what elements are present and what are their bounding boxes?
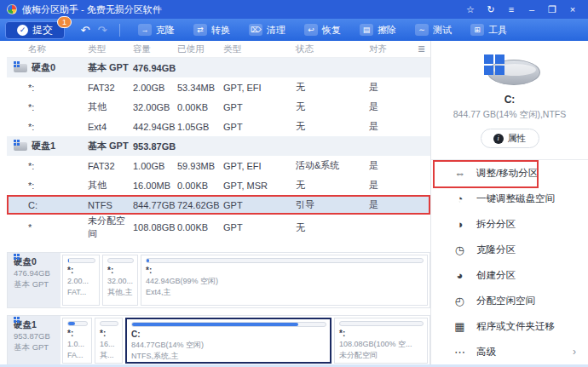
menu-item-clone-partition[interactable]: ◷克隆分区 — [431, 237, 588, 262]
disk-type: 基本 GPT — [14, 278, 61, 290]
row-cell-used: 0.00KB — [177, 222, 223, 232]
disk-panel-label[interactable]: 硬盘1953.87GB基本 GPT — [8, 316, 61, 365]
row-cell-aligned: 是 — [369, 179, 418, 192]
row-cell-capacity: 476.94GB — [133, 63, 177, 73]
usage-bar-fill — [132, 323, 298, 326]
toolbar-item-test[interactable]: ∼测试 — [406, 19, 461, 41]
partition-size: 442.94GB(99% 空闲) — [146, 276, 424, 287]
toolbar-item-clone[interactable]: →克隆 — [129, 19, 184, 41]
menu-item-label: 创建分区 — [476, 269, 516, 282]
partition-block[interactable]: *:442.94GB(99% 空闲)Ext4,主 — [141, 255, 428, 306]
table-row[interactable]: C:NTFS844.77GB724.62GBGPT引导是 — [7, 195, 430, 215]
toolbar-item-erase[interactable]: ▤擦除 — [350, 19, 406, 41]
menu-item-app-folder-migration[interactable]: ▦程序或文件夹迁移 — [431, 313, 588, 339]
toolbar-item-tools[interactable]: ⊞工具 — [461, 19, 516, 41]
toolbar-item-clean[interactable]: ⌦清理 — [239, 19, 295, 41]
menu-icon[interactable]: ≡ — [501, 4, 522, 15]
toolbar-items: →克隆⇄转换⌦清理↩恢复▤擦除∼测试⊞工具 — [129, 19, 516, 41]
row-cell-type: Ext4 — [88, 122, 133, 132]
disk-panel-label[interactable]: 硬盘0476.94GB基本 GPT — [8, 253, 61, 307]
clean-icon: ⌦ — [249, 24, 262, 36]
create-partition-icon: ◕ — [453, 269, 466, 282]
row-name: * — [28, 222, 32, 232]
row-name-cell: *: — [7, 122, 88, 132]
toolbar-item-label: 恢复 — [322, 24, 341, 37]
toolbar-item-recover[interactable]: ↩恢复 — [295, 19, 350, 41]
menu-item-create-partition[interactable]: ◕创建分区 — [431, 262, 588, 288]
menu-item-resize-move-partition[interactable]: ⇔调整/移动分区 — [431, 160, 588, 186]
table-header-row: 名称类型容量已使用类型状态对齐≣ — [7, 41, 430, 58]
row-name-cell: * — [7, 222, 88, 232]
close-icon[interactable]: × — [562, 4, 583, 15]
undo-icon[interactable]: ↶ — [77, 24, 94, 37]
submit-button[interactable]: ✓ 提交 1 — [5, 21, 65, 39]
row-cell-status: 无 — [296, 81, 369, 94]
table-row[interactable]: *:其他16.00MB0.00KBGPT, MSR无是 — [7, 175, 430, 195]
partition-size: 844.77GB(14% 空闲) — [131, 340, 326, 351]
row-name: C: — [28, 200, 37, 210]
minimize-icon[interactable]: – — [522, 4, 542, 15]
allocate-free-space-icon: ◴ — [453, 295, 466, 307]
table-row[interactable]: 硬盘0基本 GPT476.94GB — [7, 58, 430, 77]
menu-item-allocate-free-space[interactable]: ◴分配空闲空间 — [431, 288, 588, 313]
partition-name: *: — [67, 328, 88, 339]
selected-volume-name: C: — [431, 94, 588, 106]
row-name: *: — [28, 122, 34, 132]
partition-block[interactable]: C:844.77GB(14% 空闲)NTFS,系统,主 — [125, 318, 331, 364]
table-row[interactable]: *:其他32.00GB0.00KBGPT无是 — [7, 97, 430, 117]
row-cell-type2: GPT, EFI — [223, 161, 296, 171]
row-cell-aligned: 是 — [369, 120, 418, 133]
row-cell-type2: GPT — [223, 200, 296, 210]
disk-map-panels: 硬盘0476.94GB基本 GPT*:2.00...FAT...*:32.00.… — [7, 252, 430, 366]
menu-item-one-click-adjust-disk-space[interactable]: ◔一键调整磁盘空间 — [431, 186, 588, 211]
row-name-cell: 硬盘0 — [7, 61, 88, 74]
disk-name: 硬盘1 — [14, 319, 61, 330]
windows-logo-icon — [484, 54, 506, 77]
table-row[interactable]: *:FAT322.00GB53.34MBGPT, EFI无是 — [7, 77, 430, 97]
partition-name: *: — [146, 265, 424, 276]
partition-block[interactable]: *:16...其... — [95, 318, 123, 364]
partition-name: C: — [131, 329, 326, 340]
usage-bar — [131, 322, 326, 327]
row-cell-capacity: 1.00GB — [133, 161, 177, 171]
properties-button[interactable]: i 属性 — [481, 129, 539, 148]
redo-icon[interactable]: ↷ — [94, 24, 111, 37]
maximize-icon[interactable]: ❐ — [542, 4, 562, 15]
menu-item-split-partition[interactable]: ◑拆分分区 — [431, 211, 588, 237]
row-cell-capacity: 32.00GB — [133, 102, 177, 112]
tools-icon: ⊞ — [470, 24, 484, 36]
table-row[interactable]: *:FAT321.00GB59.93MBGPT, EFI活动&系统是 — [7, 156, 430, 175]
usage-bar — [67, 321, 88, 326]
favorite-icon[interactable]: ☆ — [460, 4, 481, 15]
row-cell-capacity: 442.94GB — [133, 122, 177, 132]
toolbar-item-convert[interactable]: ⇄转换 — [184, 19, 239, 41]
table-row[interactable]: *未分配空间108.08GB0.00KBGPT无 — [7, 215, 430, 234]
column-header: 容量 — [133, 43, 177, 55]
refresh-icon[interactable]: ↻ — [481, 4, 501, 15]
partition-block[interactable]: *:2.00...FAT... — [62, 255, 100, 306]
row-name: 硬盘1 — [32, 140, 55, 152]
clone-partition-icon: ◷ — [453, 244, 466, 256]
row-cell-capacity: 16.00MB — [133, 181, 177, 191]
column-header: 名称 — [7, 43, 88, 55]
titlebar: 傲梅分区助手 - 免费无损分区软件 ☆↻≡–❐× — [0, 0, 588, 19]
toolbar-item-label: 克隆 — [156, 24, 175, 37]
left-column: 名称类型容量已使用类型状态对齐≣ 硬盘0基本 GPT476.94GB*:FAT3… — [0, 41, 430, 364]
menu-item-advanced[interactable]: ⋯高级› — [431, 339, 588, 364]
partition-name: *: — [100, 328, 118, 339]
toolbar: ✓ 提交 1 ↶ ↷ →克隆⇄转换⌦清理↩恢复▤擦除∼测试⊞工具 — [0, 19, 588, 41]
partition-block[interactable]: *:108.08GB(100% 空...未分配空间 — [334, 318, 428, 364]
table-row[interactable]: 硬盘1基本 GPT953.87GB — [7, 136, 430, 156]
menu-item-label: 高级 — [476, 346, 496, 358]
menu-item-label: 调整/移动分区 — [476, 167, 538, 180]
view-options-icon[interactable]: ≣ — [418, 43, 430, 54]
row-cell-type: FAT32 — [88, 161, 133, 171]
pending-operations-badge[interactable]: 1 — [57, 16, 72, 28]
table-row[interactable]: *:Ext4442.94GB1.05GBGPT无是 — [7, 117, 430, 136]
row-cell-used: 0.00KB — [177, 102, 223, 112]
row-cell-aligned: 是 — [369, 81, 418, 94]
partition-block[interactable]: *:1.0...FA... — [62, 318, 92, 364]
partition-block[interactable]: *:32.00...其他,主 — [102, 255, 138, 306]
properties-label: 属性 — [508, 132, 527, 145]
row-name: *: — [28, 181, 34, 191]
